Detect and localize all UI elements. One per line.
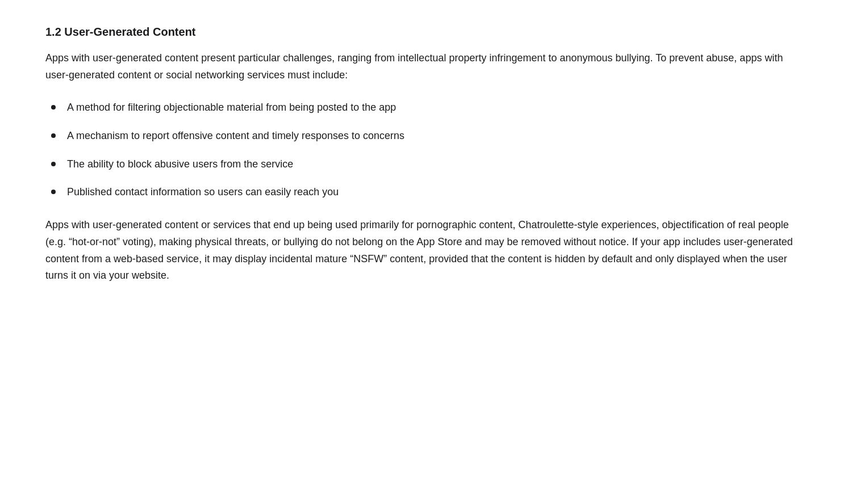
bullet-text: Published contact information so users c… [67,184,803,201]
list-item: Published contact information so users c… [45,184,803,201]
intro-paragraph: Apps with user-generated content present… [45,50,803,83]
list-item: A mechanism to report offensive content … [45,128,803,145]
list-item: The ability to block abusive users from … [45,156,803,173]
closing-paragraph: Apps with user-generated content or serv… [45,217,803,284]
bullet-dot-icon [51,133,56,138]
section-heading: 1.2 User-Generated Content [45,23,803,41]
page-container: 1.2 User-Generated Content Apps with use… [0,0,848,504]
bullet-dot-icon [51,105,56,110]
bullet-list: A method for filtering objectionable mat… [45,99,803,201]
bullet-text: A mechanism to report offensive content … [67,128,803,145]
bullet-text: The ability to block abusive users from … [67,156,803,173]
bullet-dot-icon [51,162,56,166]
bullet-text: A method for filtering objectionable mat… [67,99,803,116]
list-item: A method for filtering objectionable mat… [45,99,803,116]
bullet-dot-icon [51,190,56,194]
